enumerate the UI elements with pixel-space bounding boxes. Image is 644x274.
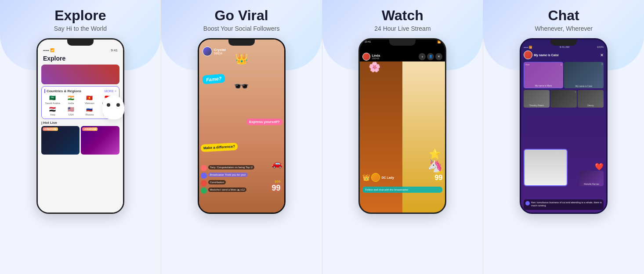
watch-title: Watch (374, 8, 431, 23)
chat-main-username: My name is Caisi (534, 54, 558, 57)
iraq-flag: 🇮🇶 (48, 106, 57, 112)
chat-caisi-name: My name is Caisi (564, 85, 604, 87)
country-saudi[interactable]: 🇸🇦 Saudi Arabia (44, 95, 61, 105)
explore-banner-img (41, 65, 119, 84)
dc-info: DC Lady (381, 176, 394, 179)
vietnam-name: Vietnam (85, 102, 94, 105)
chat-close-btn[interactable]: ✕ (600, 53, 604, 58)
countries-more[interactable]: MORE > (105, 90, 116, 93)
viral-phone: 🕶️ Crystal 98634 👑 Fame? Express yours (198, 38, 286, 214)
explore-panel: Explore Say Hi to the World ••••• 📶 9:41… (0, 0, 161, 274)
chat-mabelle-name: Mabelle Barnes (579, 183, 604, 185)
chat-cell-num-2: 2 (601, 63, 603, 65)
mascot (102, 95, 133, 126)
russia-name: Russia (86, 113, 94, 116)
flower-decoration: 🌸 (369, 61, 380, 73)
watch-avatar (362, 53, 370, 61)
chat-status-bar: ••••• 📶 9:41 AM 100% (524, 46, 604, 49)
status-time: 9:41 (111, 48, 118, 52)
chat-ken-text: Ken: tumultuous business of cut and atte… (531, 201, 602, 207)
watch-user-row: Linda 35648 + 👤 ✕ (362, 53, 442, 61)
viral-subtitle: Boost Your Social Followers (203, 25, 280, 32)
country-india[interactable]: 🇮🇳 India (63, 95, 80, 105)
chat-ken-message: Ken: tumultuous business of cut and atte… (525, 201, 602, 207)
chat-panel: Chat Whenever, Wherever ••••• 📶 9:41 AM … (483, 0, 644, 274)
viral-header: Go Viral Boost Your Social Followers (203, 0, 280, 35)
viral-title: Go Viral (203, 8, 280, 23)
viral-chat-text-2: Think you for your (225, 173, 246, 176)
follow-text: Follow and chat with the broadcaster. (365, 188, 409, 191)
explore-app-title: Explore (38, 54, 123, 63)
viral-chat-bubble-3: Contribution (208, 180, 226, 184)
chat-phone-notch (550, 40, 577, 46)
chat-dots: ••••• 📶 (524, 46, 532, 49)
saudi-name: Saudi Arabia (45, 102, 60, 105)
countries-header: Countries & Regions MORE > (44, 89, 116, 93)
livehouse-badge-1: LIVEHOUSE (43, 127, 58, 131)
heart-icon: ❤️ (595, 162, 604, 171)
live-thumb-2[interactable]: LIVEHOUSE (81, 126, 119, 155)
follow-button[interactable]: Follow and chat with the broadcaster. (362, 187, 442, 193)
chat-time: 9:41 AM (560, 46, 569, 49)
viral-phone-container: 🕶️ Crystal 98634 👑 Fame? Express yours (198, 38, 286, 214)
watch-ui: Linda 35648 + 👤 ✕ 🌸 (360, 40, 445, 213)
watch-close-btn[interactable]: ✕ (435, 53, 442, 60)
chat-small-grid: Timothy Peters 7 Denny (524, 90, 604, 108)
viral-avatar (203, 47, 212, 56)
viral-chat-item-2: Broadcaster Think you for your (201, 173, 282, 179)
iraq-name: Iraq (51, 113, 55, 116)
explore-phone: ••••• 📶 9:41 Explore Countries & Regions… (36, 38, 124, 214)
viral-panel: Go Viral Boost Your Social Followers 🕶️ … (161, 0, 322, 274)
viral-chat-avatar-4 (201, 187, 207, 194)
viral-chat-text-1: Congratulation on being Top 1! (217, 166, 253, 169)
watch-bottom-label: 👑 DC Lady 999 99 (360, 171, 445, 182)
watch-user-left: Linda 35648 (362, 53, 380, 61)
viral-user-info: Crystal 98634 (214, 48, 226, 55)
country-usa[interactable]: 🇺🇸 USA (63, 106, 80, 116)
viral-combo: 999 99 (272, 180, 281, 193)
chat-subtitle: Whenever, Wherever (535, 25, 593, 32)
country-vietnam[interactable]: 🇻🇳 Vietnam (81, 95, 98, 105)
viral-stats: 98634 (214, 52, 226, 55)
watch-spacer (362, 47, 442, 53)
viral-phone-notch (228, 40, 255, 46)
chat-small-cell-3: Timothy Peters (524, 90, 550, 108)
chat-small-cell-denny: Denny (578, 90, 604, 108)
india-flag: 🇮🇳 (67, 95, 76, 101)
country-russia[interactable]: 🇷🇺 Russia (81, 106, 98, 116)
chat-big-cell-bg (525, 150, 567, 185)
express-bubble: Express yourself? (246, 119, 282, 125)
chat-phone: ••••• 📶 9:41 AM 100% My name is Caisi ✕ (520, 38, 608, 214)
fame-bubble: Fame? (202, 74, 225, 84)
viral-username: Crystal (214, 48, 226, 52)
dc-avatar (371, 173, 380, 182)
country-iraq[interactable]: 🇮🇶 Iraq (44, 106, 61, 116)
status-dots: ••••• 📶 (43, 48, 54, 52)
dc-lady-label: 👑 DC Lady (362, 173, 394, 182)
countries-title: Countries & Regions (44, 89, 81, 93)
phone-notch (67, 40, 94, 46)
hot-live-grid: LIVEHOUSE LIVEHOUSE (41, 126, 119, 155)
usa-name: USA (69, 113, 74, 116)
viral-chat-item-3: Contribution (201, 180, 282, 186)
explore-phone-container: ••••• 📶 9:41 Explore Countries & Regions… (36, 38, 124, 214)
mascot-eye-right (116, 103, 120, 107)
watch-subtitle: 24 Hour Live Stream (374, 25, 431, 32)
chat-cell-num-1: 1 (561, 63, 562, 66)
chat-header: My name is Caisi ✕ (524, 50, 604, 59)
watch-combo-num: 99 (435, 174, 443, 182)
chat-phone-content: ••••• 📶 9:41 AM 100% My name is Caisi ✕ (521, 40, 606, 213)
chat-main-avatar (524, 50, 532, 59)
viral-chat-label-2: Broadcaster (210, 173, 224, 176)
watch-panel: Watch 24 Hour Live Stream 10:41 📶 (322, 0, 483, 274)
viral-chat-bubble-1: Tony: Congratulation on being Top 1! (208, 165, 255, 169)
chat-header-outer: Chat Whenever, Wherever (535, 0, 593, 35)
watch-add-btn[interactable]: + (419, 53, 426, 60)
watch-time: 10:41 (364, 40, 371, 43)
india-name: India (68, 102, 74, 105)
chat-battery: 100% (597, 46, 604, 49)
explore-phone-content: ••••• 📶 9:41 Explore Countries & Regions… (38, 40, 123, 213)
live-thumb-1[interactable]: LIVEHOUSE (41, 126, 80, 155)
watch-actions: + 👤 ✕ (419, 53, 442, 60)
russia-flag: 🇷🇺 (85, 106, 94, 112)
